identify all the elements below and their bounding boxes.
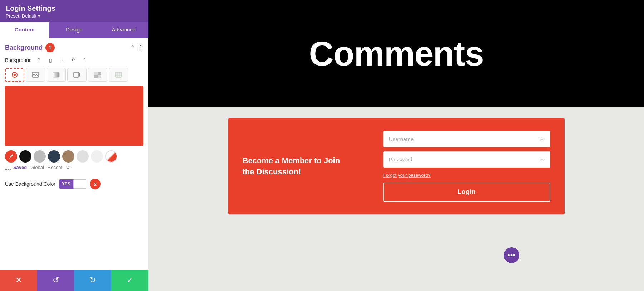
cancel-button[interactable]: ✕ bbox=[0, 270, 37, 291]
swatch-tabs-row: ••• Saved Global Recent ⚙ bbox=[5, 165, 143, 175]
swatch-black[interactable] bbox=[19, 150, 31, 163]
color-preview[interactable] bbox=[5, 86, 143, 146]
tab-content[interactable]: Content bbox=[0, 22, 49, 38]
more-colors-icon[interactable]: ••• bbox=[5, 166, 12, 174]
panel-tabs: Content Design Advanced bbox=[0, 22, 148, 38]
login-section: Become a Member to Join the Discussion! … bbox=[148, 107, 644, 291]
right-wrapper: Comments Become a Member to Join the Dis… bbox=[148, 0, 644, 291]
username-icon: ▿▿ bbox=[540, 136, 545, 142]
tab-design[interactable]: Design bbox=[49, 22, 99, 38]
fab-menu-button[interactable]: ••• bbox=[504, 247, 519, 263]
toggle-box[interactable] bbox=[73, 179, 86, 189]
undo-icon[interactable]: ↶ bbox=[69, 56, 78, 64]
login-tagline: Become a Member to Join the Discussion! bbox=[243, 155, 343, 178]
svg-rect-9 bbox=[115, 72, 122, 77]
swatch-settings-icon[interactable]: ⚙ bbox=[66, 165, 70, 170]
login-button[interactable]: Login bbox=[383, 183, 550, 202]
swatch-tab-saved[interactable]: Saved bbox=[13, 165, 27, 170]
type-color-btn[interactable] bbox=[5, 68, 24, 82]
undo-button[interactable]: ↺ bbox=[37, 270, 74, 291]
right-content: Comments Become a Member to Join the Dis… bbox=[148, 0, 644, 291]
left-panel: Login Settings Preset: Default ▾ Content… bbox=[0, 0, 148, 291]
svg-point-1 bbox=[14, 74, 16, 76]
collapse-icon[interactable]: ⌃ bbox=[130, 44, 135, 51]
section-title: Background bbox=[5, 44, 43, 52]
swatch-light-gray[interactable] bbox=[77, 150, 89, 163]
svg-rect-4 bbox=[74, 72, 79, 77]
toggle-yes-text: YES bbox=[59, 180, 73, 188]
use-bg-row: Use Background Color YES 2 bbox=[5, 179, 143, 189]
password-input[interactable]: Password ▿▿ bbox=[383, 151, 550, 168]
comments-header: Comments bbox=[148, 0, 644, 107]
type-pattern-btn[interactable] bbox=[88, 68, 107, 82]
panel-title: Login Settings bbox=[6, 4, 143, 13]
swatch-eraser[interactable] bbox=[105, 150, 117, 163]
svg-rect-8 bbox=[98, 75, 101, 78]
username-placeholder: Username bbox=[389, 136, 414, 142]
swatch-eyedropper[interactable] bbox=[5, 150, 17, 163]
section-menu-icon[interactable]: ⋮ bbox=[137, 44, 143, 52]
section-controls: ⌃ ⋮ bbox=[130, 44, 143, 52]
swatch-tab-recent[interactable]: Recent bbox=[48, 165, 62, 170]
more-icon[interactable]: ⋮ bbox=[80, 56, 89, 64]
password-placeholder: Password bbox=[389, 156, 413, 163]
device-icon[interactable]: ▯ bbox=[46, 56, 55, 64]
type-image-btn[interactable] bbox=[26, 68, 45, 82]
swatch-tab-global[interactable]: Global bbox=[30, 165, 44, 170]
type-selector bbox=[5, 68, 143, 82]
svg-rect-6 bbox=[98, 72, 101, 75]
svg-rect-3 bbox=[53, 72, 59, 77]
swatch-tan[interactable] bbox=[62, 150, 74, 163]
forgot-password-link[interactable]: Forgot your password? bbox=[383, 173, 431, 178]
panel-footer: ✕ ↺ ↻ ✓ bbox=[0, 270, 148, 291]
svg-rect-7 bbox=[94, 75, 98, 78]
swatch-very-light-gray[interactable] bbox=[91, 150, 103, 163]
swatch-tabs: Saved Global Recent ⚙ bbox=[13, 165, 70, 170]
bg-label-text: Background bbox=[5, 57, 32, 63]
cursor-icon[interactable]: → bbox=[58, 56, 66, 64]
tab-advanced[interactable]: Advanced bbox=[99, 22, 148, 38]
badge-2: 2 bbox=[90, 179, 101, 189]
use-bg-toggle[interactable]: YES bbox=[59, 179, 86, 189]
username-input[interactable]: Username ▿▿ bbox=[383, 131, 550, 147]
password-icon: ▿▿ bbox=[540, 157, 545, 163]
use-bg-label: Use Background Color bbox=[5, 181, 55, 187]
redo-button[interactable]: ↻ bbox=[74, 270, 112, 291]
swatches-row bbox=[5, 150, 143, 163]
save-button[interactable]: ✓ bbox=[111, 270, 148, 291]
panel-header: Login Settings Preset: Default ▾ bbox=[0, 0, 148, 22]
section-header: Background 1 ⌃ ⋮ bbox=[5, 43, 143, 52]
type-video-btn[interactable] bbox=[67, 68, 87, 82]
comments-title: Comments bbox=[309, 34, 483, 73]
login-left: Become a Member to Join the Discussion! bbox=[243, 155, 362, 178]
login-right: Username ▿▿ Password ▿▿ Forgot your pass… bbox=[383, 131, 550, 202]
panel-preset[interactable]: Preset: Default ▾ bbox=[6, 13, 143, 19]
login-card: Become a Member to Join the Discussion! … bbox=[228, 118, 565, 214]
swatch-gray[interactable] bbox=[34, 150, 46, 163]
svg-rect-5 bbox=[94, 72, 98, 75]
bg-label-row: Background ? ▯ → ↶ ⋮ bbox=[5, 56, 143, 64]
type-gradient-btn[interactable] bbox=[47, 68, 66, 82]
swatch-dark[interactable] bbox=[48, 150, 60, 163]
panel-body: Background 1 ⌃ ⋮ Background ? ▯ → ↶ ⋮ bbox=[0, 38, 148, 270]
section-badge: 1 bbox=[45, 43, 55, 52]
type-map-btn[interactable] bbox=[109, 68, 128, 82]
section-title-row: Background 1 bbox=[5, 43, 55, 52]
help-icon[interactable]: ? bbox=[35, 56, 43, 64]
